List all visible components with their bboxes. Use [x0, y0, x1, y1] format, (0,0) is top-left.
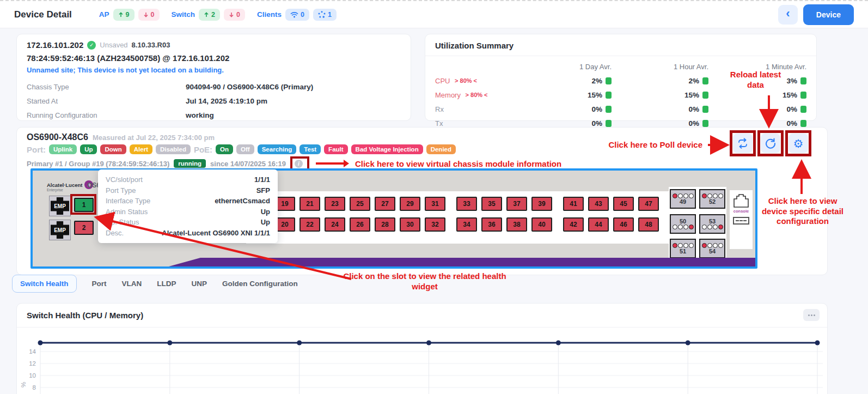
tab-unp[interactable]: UNP: [192, 275, 207, 292]
qsfp-port-53[interactable]: 53: [699, 214, 725, 234]
qsfp-leds: [702, 225, 723, 229]
port-38[interactable]: 38: [506, 217, 527, 232]
port-24[interactable]: 24: [325, 217, 345, 232]
port-27[interactable]: 27: [375, 197, 395, 211]
status-ok-square: [800, 106, 806, 113]
device-button[interactable]: Device: [803, 4, 854, 25]
status-ok-square: [606, 106, 612, 113]
qsfp-port-number: 54: [709, 248, 716, 254]
device-field-running-configuration: Running Configuration working: [27, 108, 401, 122]
port-33[interactable]: 33: [456, 197, 477, 211]
port-30[interactable]: 30: [400, 217, 420, 232]
port-tooltip-rows: VC/slot/port 1/1/1 Port Type SFP Interfa…: [98, 174, 278, 238]
port-40[interactable]: 40: [531, 217, 552, 232]
saved-check-icon: ✓: [87, 41, 96, 50]
utilization-value: 0%: [708, 102, 806, 116]
port-44[interactable]: 44: [588, 217, 609, 232]
tooltip-value: Up: [261, 217, 270, 228]
ap-down-count: 0: [151, 11, 155, 19]
port-47[interactable]: 47: [638, 197, 659, 211]
qsfp-led: [713, 243, 718, 248]
tooltip-value: ethernetCsmacd: [215, 196, 270, 207]
port-legend: UplinkUpDownAlertDisabled: [49, 144, 191, 154]
qsfp-port-51[interactable]: 51: [670, 239, 696, 258]
qsfp-port-50[interactable]: 50: [670, 214, 696, 234]
svg-text:12: 12: [29, 360, 36, 367]
port-31[interactable]: 31: [425, 197, 445, 211]
switch-toolbar: ⚙: [730, 130, 811, 156]
port-36[interactable]: 36: [481, 217, 502, 232]
chart-title: Switch Health (CPU / Memory): [17, 304, 827, 328]
annotation-poll: Click here to Poll device: [572, 140, 702, 150]
info-glyph: i: [298, 161, 299, 167]
port-41[interactable]: 41: [563, 197, 584, 211]
qsfp-port-52[interactable]: 52: [699, 189, 725, 209]
qsfp-port-54[interactable]: 54: [699, 239, 725, 258]
utilization-metric-cpu: CPU > 80% <: [435, 74, 520, 88]
port-48[interactable]: 48: [638, 217, 659, 232]
tooltip-value: Alcatel-Lucent OS6900 XNI 1/1/1: [162, 228, 270, 239]
clients-counts: Clients 0 1: [257, 9, 337, 21]
legend-denied-badge: Denied: [426, 144, 456, 154]
qsfp-led: [678, 193, 683, 198]
tooltip-label: Interface Type: [106, 196, 150, 207]
clients-label: Clients: [257, 10, 282, 19]
device-detail-page: Device Detail AP 9 0 Switch 2 0 C: [0, 0, 868, 394]
port-row-top: 33353739: [456, 197, 552, 211]
tooltip-value: Up: [261, 207, 270, 217]
detail-tabs: Switch HealthPortVLANLLDPUNPGolden Confi…: [12, 275, 298, 293]
chassis-purple-bar: [169, 258, 755, 266]
qsfp-panel: 49 52 50 53 51 54: [669, 187, 726, 262]
clients-mesh-count: 1: [328, 11, 332, 19]
utilization-table: 1 Day Avr.1 Hour Avr.1 Minute Avr.CPU > …: [425, 56, 816, 130]
tooltip-value: 1/1/1: [254, 174, 270, 185]
threshold-text: > 80% <: [455, 77, 477, 84]
tab-golden-configuration[interactable]: Golden Configuration: [222, 275, 298, 292]
poll-device-button[interactable]: [733, 134, 753, 153]
port-25[interactable]: 25: [350, 197, 370, 211]
port-34[interactable]: 34: [456, 217, 477, 232]
device-info-card: 172.16.101.202 ✓ Unsaved 8.10.33.R03 78:…: [16, 34, 411, 121]
port-23[interactable]: 23: [325, 197, 345, 211]
port-35[interactable]: 35: [481, 197, 502, 211]
qsfp-led: [689, 193, 694, 198]
tab-lldp[interactable]: LLDP: [157, 275, 176, 292]
port-46[interactable]: 46: [613, 217, 634, 232]
refresh-icon: [763, 136, 778, 150]
port-22[interactable]: 22: [299, 217, 320, 232]
device-config-button[interactable]: ⚙: [788, 134, 808, 153]
port-45[interactable]: 45: [613, 197, 634, 211]
port-37[interactable]: 37: [506, 197, 527, 211]
annotation-vc-info: Click here to view virtual chassis modul…: [355, 159, 561, 168]
refresh-button[interactable]: [761, 134, 780, 153]
port-42[interactable]: 42: [563, 217, 584, 232]
port-21[interactable]: 21: [299, 197, 320, 211]
chart-menu-button[interactable]: [803, 309, 820, 321]
tooltip-label: Desc.: [106, 228, 124, 239]
legend-row: Port: UplinkUpDownAlertDisabled PoE: OnO…: [27, 144, 456, 154]
device-field-chassis-type: Chassis Type 904094-90 / OS6900-X48C6 (P…: [27, 80, 401, 94]
tab-switch-health[interactable]: Switch Health: [12, 275, 77, 293]
utilization-value: 15%: [612, 88, 708, 102]
vc-module-info-icon[interactable]: i: [295, 160, 303, 168]
qsfp-led: [689, 225, 694, 229]
brand-subtitle: Enterprise: [47, 188, 63, 192]
port-32[interactable]: 32: [425, 217, 445, 232]
port-29[interactable]: 29: [400, 197, 420, 211]
port-2[interactable]: 2: [74, 221, 94, 235]
port-39[interactable]: 39: [531, 197, 552, 211]
qsfp-leds: [702, 193, 723, 198]
clients-wifi-badge: 0: [285, 9, 309, 21]
tab-vlan[interactable]: VLAN: [122, 275, 142, 292]
wifi-icon: [290, 11, 298, 18]
port-28[interactable]: 28: [375, 217, 395, 232]
arrow-down-icon: [143, 12, 149, 17]
field-value: Jul 14, 2025 4:19:10 pm: [186, 97, 401, 105]
legend-fault-badge: Fault: [324, 144, 347, 154]
qsfp-port-49[interactable]: 49: [670, 189, 696, 209]
port-43[interactable]: 43: [588, 197, 609, 211]
tab-port[interactable]: Port: [92, 275, 107, 292]
port-26[interactable]: 26: [350, 217, 370, 232]
site-link[interactable]: Unnamed site; This device is not yet loc…: [27, 66, 401, 74]
back-button[interactable]: ‹: [778, 5, 798, 25]
